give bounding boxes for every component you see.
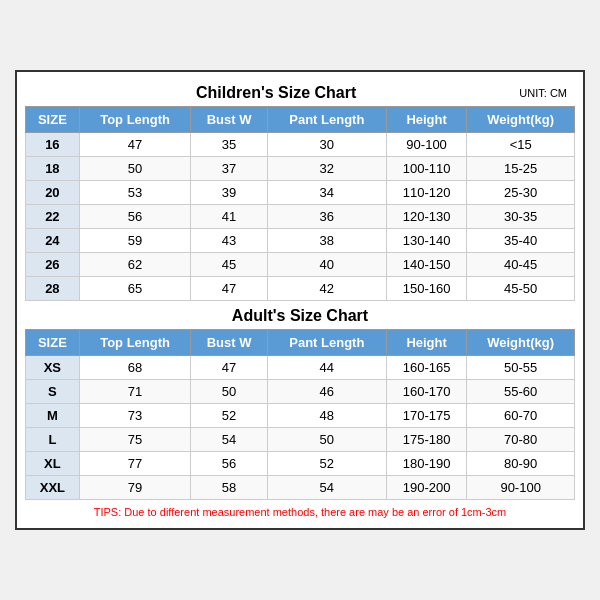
table-cell: 160-165 [386, 356, 466, 380]
table-cell: 25-30 [467, 181, 575, 205]
table-cell: 55-60 [467, 380, 575, 404]
children-col-toplength: Top Length [79, 107, 191, 133]
children-col-height: Height [386, 107, 466, 133]
table-cell: 71 [79, 380, 191, 404]
table-cell: 80-90 [467, 452, 575, 476]
table-cell: 47 [191, 356, 267, 380]
table-cell: 140-150 [386, 253, 466, 277]
table-row: 26624540140-15040-45 [26, 253, 575, 277]
table-cell: 28 [26, 277, 80, 301]
table-cell: 38 [267, 229, 386, 253]
adult-col-toplength: Top Length [79, 330, 191, 356]
adult-col-bustw: Bust W [191, 330, 267, 356]
table-cell: 44 [267, 356, 386, 380]
table-cell: 56 [79, 205, 191, 229]
table-cell: 35-40 [467, 229, 575, 253]
table-cell: 15-25 [467, 157, 575, 181]
table-cell: 35 [191, 133, 267, 157]
table-cell: S [26, 380, 80, 404]
table-cell: 68 [79, 356, 191, 380]
table-cell: 180-190 [386, 452, 466, 476]
table-row: XS684744160-16550-55 [26, 356, 575, 380]
table-cell: 16 [26, 133, 80, 157]
table-cell: 45-50 [467, 277, 575, 301]
table-cell: 36 [267, 205, 386, 229]
table-cell: 90-100 [386, 133, 466, 157]
table-cell: 48 [267, 404, 386, 428]
table-cell: 50 [191, 380, 267, 404]
children-col-bustw: Bust W [191, 107, 267, 133]
table-cell: 37 [191, 157, 267, 181]
table-cell: L [26, 428, 80, 452]
table-cell: 43 [191, 229, 267, 253]
adult-col-pantlength: Pant Length [267, 330, 386, 356]
table-cell: 170-175 [386, 404, 466, 428]
table-cell: XS [26, 356, 80, 380]
table-cell: 24 [26, 229, 80, 253]
table-cell: 175-180 [386, 428, 466, 452]
table-cell: XL [26, 452, 80, 476]
table-cell: <15 [467, 133, 575, 157]
table-row: XXL795854190-20090-100 [26, 476, 575, 500]
table-cell: 45 [191, 253, 267, 277]
table-cell: M [26, 404, 80, 428]
table-row: 24594338130-14035-40 [26, 229, 575, 253]
table-cell: 160-170 [386, 380, 466, 404]
table-row: L755450175-18070-80 [26, 428, 575, 452]
table-cell: 110-120 [386, 181, 466, 205]
table-cell: 52 [191, 404, 267, 428]
children-table: SIZE Top Length Bust W Pant Length Heigh… [25, 106, 575, 301]
table-cell: 53 [79, 181, 191, 205]
children-header-row: SIZE Top Length Bust W Pant Length Heigh… [26, 107, 575, 133]
unit-label: UNIT: CM [519, 87, 567, 99]
table-cell: 100-110 [386, 157, 466, 181]
table-cell: 26 [26, 253, 80, 277]
table-cell: 77 [79, 452, 191, 476]
table-cell: 40 [267, 253, 386, 277]
table-cell: 50 [267, 428, 386, 452]
tips-text: TIPS: Due to different measurement metho… [25, 500, 575, 520]
children-chart-title: Children's Size Chart [33, 84, 519, 102]
table-cell: 190-200 [386, 476, 466, 500]
table-row: 22564136120-13030-35 [26, 205, 575, 229]
table-cell: 46 [267, 380, 386, 404]
table-cell: 22 [26, 205, 80, 229]
adult-header-row: SIZE Top Length Bust W Pant Length Heigh… [26, 330, 575, 356]
table-cell: 56 [191, 452, 267, 476]
table-cell: 54 [191, 428, 267, 452]
table-cell: XXL [26, 476, 80, 500]
table-cell: 47 [191, 277, 267, 301]
table-cell: 65 [79, 277, 191, 301]
table-cell: 75 [79, 428, 191, 452]
table-row: 18503732100-11015-25 [26, 157, 575, 181]
adult-col-height: Height [386, 330, 466, 356]
adult-col-weight: Weight(kg) [467, 330, 575, 356]
table-cell: 54 [267, 476, 386, 500]
table-cell: 150-160 [386, 277, 466, 301]
adult-table: SIZE Top Length Bust W Pant Length Heigh… [25, 329, 575, 500]
table-row: M735248170-17560-70 [26, 404, 575, 428]
table-cell: 32 [267, 157, 386, 181]
table-cell: 34 [267, 181, 386, 205]
table-cell: 58 [191, 476, 267, 500]
table-cell: 18 [26, 157, 80, 181]
children-col-pantlength: Pant Length [267, 107, 386, 133]
table-cell: 40-45 [467, 253, 575, 277]
table-cell: 59 [79, 229, 191, 253]
table-cell: 70-80 [467, 428, 575, 452]
table-cell: 50-55 [467, 356, 575, 380]
children-col-weight: Weight(kg) [467, 107, 575, 133]
chart-container: Children's Size Chart UNIT: CM SIZE Top … [15, 70, 585, 530]
table-cell: 42 [267, 277, 386, 301]
table-cell: 20 [26, 181, 80, 205]
adult-title-container: Adult's Size Chart [25, 301, 575, 329]
children-col-size: SIZE [26, 107, 80, 133]
table-cell: 62 [79, 253, 191, 277]
table-cell: 79 [79, 476, 191, 500]
table-cell: 30-35 [467, 205, 575, 229]
adult-col-size: SIZE [26, 330, 80, 356]
table-cell: 60-70 [467, 404, 575, 428]
table-cell: 47 [79, 133, 191, 157]
table-row: 20533934110-12025-30 [26, 181, 575, 205]
table-cell: 73 [79, 404, 191, 428]
